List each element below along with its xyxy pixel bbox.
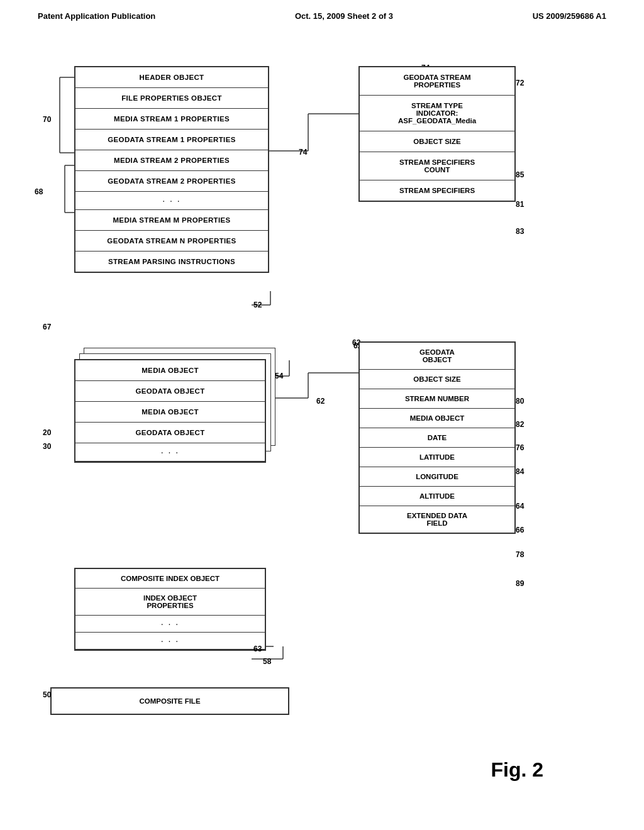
row-stream-parsing: STREAM PARSING INSTRUCTIONS (75, 252, 268, 272)
label-52: 52 (253, 301, 262, 309)
fig-label: Fig. 2 (491, 758, 543, 782)
right-top-row-1: STREAM TYPE INDICATOR: ASF_GEODATA_Media (360, 96, 514, 131)
right-bottom-row-4: LATITUDE (360, 448, 514, 467)
label-66: 66 (516, 526, 524, 534)
page-header: Patent Application Publication Oct. 15, … (0, 0, 644, 27)
row-geodata-object-1: GEODATA OBJECT (75, 381, 265, 402)
label-68: 68 (35, 187, 43, 196)
data-panel-main: MEDIA OBJECT GEODATA OBJECT MEDIA OBJECT… (74, 359, 266, 463)
label-76: 76 (516, 443, 524, 452)
row-composite-index: COMPOSITE INDEX OBJECT (75, 569, 265, 589)
row-file-properties: FILE PROPERTIES OBJECT (75, 88, 268, 109)
label-63: 63 (253, 645, 262, 653)
row-geodata-stream-1: GEODATA STREAM 1 PROPERTIES (75, 130, 268, 150)
row-media-object-2: MEDIA OBJECT (75, 402, 265, 423)
right-top-row-3: STREAM SPECIFIERS COUNT (360, 152, 514, 180)
right-bottom-panel: GEODATA OBJECT OBJECT SIZE STREAM NUMBER… (358, 341, 516, 534)
row-media-object-1: MEDIA OBJECT (75, 360, 265, 381)
row-dots-data: · · · (75, 443, 265, 462)
label-50: 50 (43, 690, 51, 699)
label-78: 78 (516, 550, 524, 559)
row-media-stream-2: MEDIA STREAM 2 PROPERTIES (75, 150, 268, 171)
row-geodata-object-2: GEODATA OBJECT (75, 423, 265, 443)
label-67: 67 (43, 323, 51, 331)
header-center: Oct. 15, 2009 Sheet 2 of 3 (295, 11, 393, 21)
label-84: 84 (516, 467, 524, 476)
right-bottom-row-1: STREAM NUMBER (360, 389, 514, 409)
label-58: 58 (263, 657, 271, 666)
label-70: 70 (43, 115, 51, 124)
row-media-stream-m: MEDIA STREAM M PROPERTIES (75, 210, 268, 231)
header-right: US 2009/259686 A1 (533, 11, 606, 21)
left-top-panel: HEADER OBJECT FILE PROPERTIES OBJECT MED… (74, 66, 269, 273)
label-82: 82 (516, 420, 524, 429)
row-dots-index-2: · · · (75, 633, 265, 650)
label-72: 72 (516, 79, 524, 87)
diagram-area: HEADER OBJECT FILE PROPERTIES OBJECT MED… (0, 27, 644, 800)
label-83: 83 (516, 227, 524, 236)
label-81: 81 (516, 200, 524, 209)
right-top-panel: GEODATA STREAM PROPERTIES STREAM TYPE IN… (358, 66, 516, 202)
row-dots-index-1: · · · (75, 616, 265, 633)
row-geodata-stream-n: GEODATA STREAM N PROPERTIES (75, 231, 268, 252)
label-85: 85 (516, 170, 524, 179)
index-panel: COMPOSITE INDEX OBJECT INDEX OBJECT PROP… (74, 568, 266, 651)
label-62-mid: 62 (316, 397, 325, 406)
label-20: 20 (43, 428, 51, 437)
right-bottom-row-7: EXTENDED DATA FIELD (360, 506, 514, 533)
row-header-object: HEADER OBJECT (75, 67, 268, 88)
composite-file-label: COMPOSITE FILE (139, 697, 200, 705)
right-top-title: GEODATA STREAM PROPERTIES (360, 67, 514, 96)
right-bottom-row-5: LONGITUDE (360, 467, 514, 487)
right-bottom-row-3: DATE (360, 428, 514, 448)
label-74-mid: 74 (299, 148, 307, 157)
label-30: 30 (43, 442, 51, 451)
label-89: 89 (516, 579, 524, 588)
right-bottom-row-2: MEDIA OBJECT (360, 409, 514, 428)
row-dots-1: · · · (75, 192, 268, 210)
label-54: 54 (275, 372, 283, 380)
right-top-row-4: STREAM SPECIFIERS (360, 180, 514, 201)
row-geodata-stream-2: GEODATA STREAM 2 PROPERTIES (75, 171, 268, 192)
row-media-stream-1: MEDIA STREAM 1 PROPERTIES (75, 109, 268, 130)
row-index-object-props: INDEX OBJECT PROPERTIES (75, 589, 265, 616)
right-bottom-row-0: OBJECT SIZE (360, 370, 514, 389)
header-left: Patent Application Publication (38, 11, 155, 21)
right-bottom-row-6: ALTITUDE (360, 487, 514, 506)
label-64: 64 (516, 502, 524, 511)
right-top-row-2: OBJECT SIZE (360, 131, 514, 152)
label-80: 80 (516, 397, 524, 406)
composite-file-box: COMPOSITE FILE (50, 687, 289, 715)
right-bottom-title: GEODATA OBJECT (360, 343, 514, 370)
